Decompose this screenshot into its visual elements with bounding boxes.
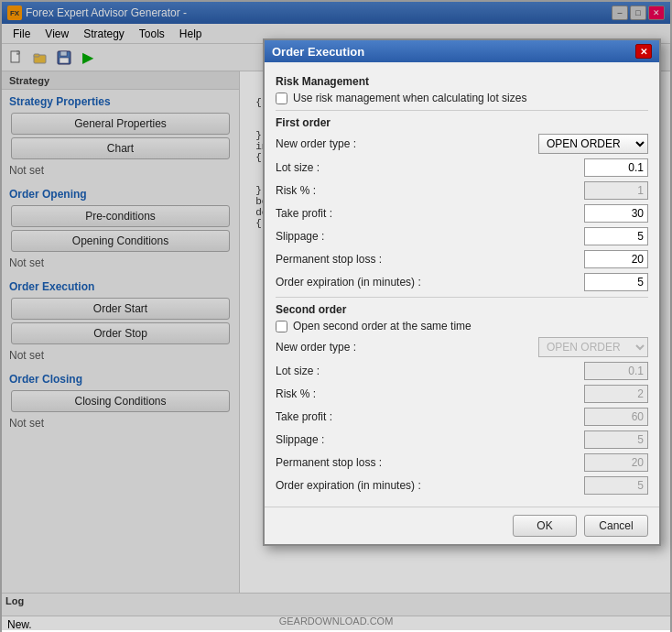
first-slippage-label: Slippage :	[276, 230, 584, 243]
second-stop-loss-label: Permanent stop loss :	[276, 456, 584, 469]
second-lot-size-label: Lot size :	[276, 365, 584, 377]
second-order-checkbox-label: Open second order at the same time	[293, 320, 471, 332]
first-order-title: First order	[276, 116, 648, 129]
second-stop-loss-row: Permanent stop loss :	[276, 453, 648, 472]
modal-footer: OK Cancel	[265, 507, 659, 544]
second-slippage-row: Slippage :	[276, 430, 648, 449]
second-stop-loss-input[interactable]	[584, 453, 648, 472]
first-stop-loss-input[interactable]	[584, 250, 648, 268]
second-risk-pct-label: Risk % :	[276, 387, 584, 400]
second-order-checkbox[interactable]	[276, 321, 287, 332]
first-expiration-input[interactable]	[584, 273, 648, 291]
main-window: FX Forex Expert Advisor Generator - – □ …	[0, 0, 672, 632]
modal-title: Order Execution	[272, 45, 635, 59]
first-risk-pct-row: Risk % :	[276, 181, 648, 200]
risk-management-row: Use risk management when calculating lot…	[276, 92, 648, 104]
divider-1	[276, 110, 648, 111]
first-order-type-label: New order type :	[276, 137, 538, 150]
second-order-type-row: New order type : OPEN ORDER	[276, 337, 648, 357]
second-take-profit-row: Take profit :	[276, 408, 648, 426]
modal-body: Risk Management Use risk management when…	[265, 62, 659, 507]
first-slippage-input[interactable]	[584, 227, 648, 245]
first-lot-size-input[interactable]	[584, 158, 648, 177]
first-risk-pct-label: Risk % :	[276, 184, 584, 197]
first-stop-loss-row: Permanent stop loss :	[276, 250, 648, 268]
second-order-type-label: New order type :	[276, 341, 538, 354]
risk-management-checkbox[interactable]	[276, 93, 287, 104]
first-lot-size-label: Lot size :	[276, 161, 584, 174]
first-risk-pct-input[interactable]	[584, 181, 648, 200]
divider-2	[276, 297, 648, 298]
first-expiration-label: Order expiration (in minutes) :	[276, 276, 584, 289]
first-order-type-select[interactable]: OPEN ORDER BUY STOP BUY LIMIT SELL STOP …	[538, 134, 648, 154]
modal-close-button[interactable]: ✕	[635, 44, 652, 59]
second-slippage-input[interactable]	[584, 430, 648, 449]
second-risk-pct-input[interactable]	[584, 385, 648, 403]
first-take-profit-row: Take profit :	[276, 204, 648, 223]
second-expiration-input[interactable]	[584, 476, 648, 495]
second-take-profit-label: Take profit :	[276, 410, 584, 423]
order-execution-dialog: Order Execution ✕ Risk Management Use ri…	[263, 38, 661, 546]
first-slippage-row: Slippage :	[276, 227, 648, 245]
second-order-type-select[interactable]: OPEN ORDER	[538, 337, 648, 357]
second-lot-size-row: Lot size :	[276, 362, 648, 380]
second-expiration-row: Order expiration (in minutes) :	[276, 476, 648, 495]
risk-management-label: Use risk management when calculating lot…	[293, 92, 526, 104]
first-take-profit-label: Take profit :	[276, 207, 584, 220]
second-order-title: Second order	[276, 303, 648, 316]
second-risk-pct-row: Risk % :	[276, 385, 648, 403]
first-take-profit-input[interactable]	[584, 204, 648, 223]
first-stop-loss-label: Permanent stop loss :	[276, 253, 584, 266]
first-lot-size-row: Lot size :	[276, 158, 648, 177]
second-slippage-label: Slippage :	[276, 433, 584, 446]
first-order-type-row: New order type : OPEN ORDER BUY STOP BUY…	[276, 134, 648, 154]
ok-button[interactable]: OK	[513, 515, 577, 537]
first-expiration-row: Order expiration (in minutes) :	[276, 273, 648, 291]
risk-management-title: Risk Management	[276, 75, 648, 88]
second-take-profit-input[interactable]	[584, 408, 648, 426]
second-order-checkbox-row: Open second order at the same time	[276, 320, 648, 332]
cancel-button[interactable]: Cancel	[584, 515, 648, 537]
modal-title-bar: Order Execution ✕	[265, 40, 659, 62]
second-lot-size-input[interactable]	[584, 362, 648, 380]
second-expiration-label: Order expiration (in minutes) :	[276, 479, 584, 492]
